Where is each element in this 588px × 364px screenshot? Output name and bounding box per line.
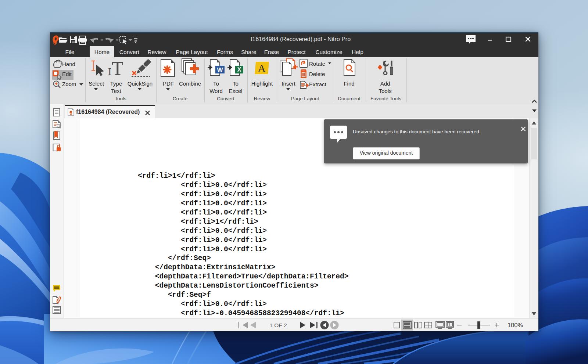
- svg-text:100%: 100%: [508, 322, 523, 328]
- svg-text:X: X: [237, 66, 241, 73]
- svg-text:W: W: [217, 66, 223, 73]
- svg-text:I: I: [108, 66, 111, 77]
- svg-text:1 OF 2: 1 OF 2: [269, 322, 287, 328]
- svg-text:T: T: [112, 59, 123, 77]
- svg-text:A: A: [258, 62, 266, 74]
